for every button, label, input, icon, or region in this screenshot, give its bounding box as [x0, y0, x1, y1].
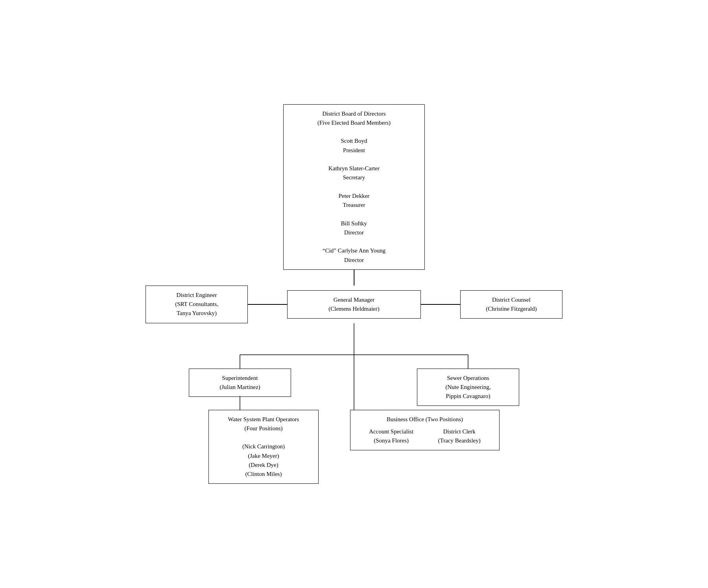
district-counsel-title: District Counsel: [467, 295, 556, 304]
board-member-3-role: Treasurer: [290, 201, 418, 210]
water-system-title: Water System Plant Operators: [215, 415, 312, 424]
board-member-4-name: Bill Softky: [290, 219, 418, 228]
board-member-1-role: President: [290, 146, 418, 155]
sewer-ops-title: Sewer Operations: [424, 374, 513, 383]
bo-col2-title: District Clerk: [438, 427, 481, 436]
bo-col1-title: Account Specialist: [369, 427, 413, 436]
district-engineer-detail: (SRT Consultants,: [152, 300, 241, 309]
bo-col2: District Clerk (Tracy Beardsley): [438, 427, 481, 446]
water-system-p4: (Clinton Miles): [215, 470, 312, 479]
board-title: District Board of Directors: [290, 109, 418, 118]
district-engineer-box: District Engineer (SRT Consultants, Tany…: [146, 286, 248, 323]
connector-board-gm: [79, 270, 629, 286]
connector-eng-gm: [248, 304, 287, 305]
board-member-3-name: Peter Dekker: [290, 192, 418, 201]
water-system-p3: (Derek Dye): [215, 461, 312, 470]
bo-col1-person: (Sonya Flores): [369, 436, 413, 445]
district-engineer-detail2: Tanya Yurovsky): [152, 309, 241, 318]
connector-gm-counsel: [421, 304, 460, 305]
business-office-col: Business Office (Two Positions) Account …: [350, 410, 500, 451]
board-box: District Board of Directors (Five Electe…: [283, 104, 425, 270]
water-system-p1: (Nick Carrington): [215, 442, 312, 451]
water-system-detail: (Four Positions): [215, 424, 312, 433]
board-member-2-role: Secretary: [290, 173, 418, 182]
superintendent-detail: (Julian Martinez): [195, 383, 284, 392]
bo-col2-person: (Tracy Beardsley): [438, 436, 481, 445]
board-member-5-name: “Cid” Carlylse Ann Young: [290, 246, 418, 255]
bo-title: Business Office (Two Positions): [357, 415, 493, 424]
gm-title: General Manager: [294, 295, 414, 304]
sewer-operations-box: Sewer Operations (Nute Engineering, Pipp…: [417, 369, 519, 406]
superintendent-title: Superintendent: [195, 374, 284, 383]
district-engineer-title: District Engineer: [152, 291, 241, 300]
bo-inner: Account Specialist (Sonya Flores) Distri…: [357, 427, 493, 446]
gm-person: (Clemens Heldmaier): [294, 304, 414, 313]
row-gm: District Engineer (SRT Consultants, Tany…: [79, 286, 629, 323]
bo-col1: Account Specialist (Sonya Flores): [369, 427, 413, 446]
row3: Water System Plant Operators (Four Posit…: [79, 410, 629, 484]
superintendent-box: Superintendent (Julian Martinez): [189, 369, 291, 397]
sewer-ops-detail: (Nute Engineering,: [424, 383, 513, 392]
district-counsel-box: District Counsel (Christine Fitzgerald): [460, 290, 562, 319]
board-member-5-role: Director: [290, 256, 418, 265]
sewer-ops-detail2: Pippin Cavagnaro): [424, 392, 513, 401]
board-member-1-name: Scott Boyd: [290, 136, 418, 146]
wspo-col: Water System Plant Operators (Four Posit…: [208, 410, 319, 484]
district-counsel-detail: (Christine Fitzgerald): [467, 304, 556, 313]
board-subtitle: (Five Elected Board Members): [290, 118, 418, 127]
board-member-4-role: Director: [290, 228, 418, 237]
connector-row2-area: Superintendent (Julian Martinez) Sewer O…: [79, 323, 629, 410]
general-manager-box: General Manager (Clemens Heldmaier): [287, 290, 421, 319]
org-chart: District Board of Directors (Five Electe…: [79, 88, 629, 500]
board-member-2-name: Kathryn Slater-Carter: [290, 164, 418, 173]
water-system-p2: (Jake Meyer): [215, 452, 312, 461]
water-system-box: Water System Plant Operators (Four Posit…: [208, 410, 319, 484]
business-office-box: Business Office (Two Positions) Account …: [350, 410, 500, 451]
